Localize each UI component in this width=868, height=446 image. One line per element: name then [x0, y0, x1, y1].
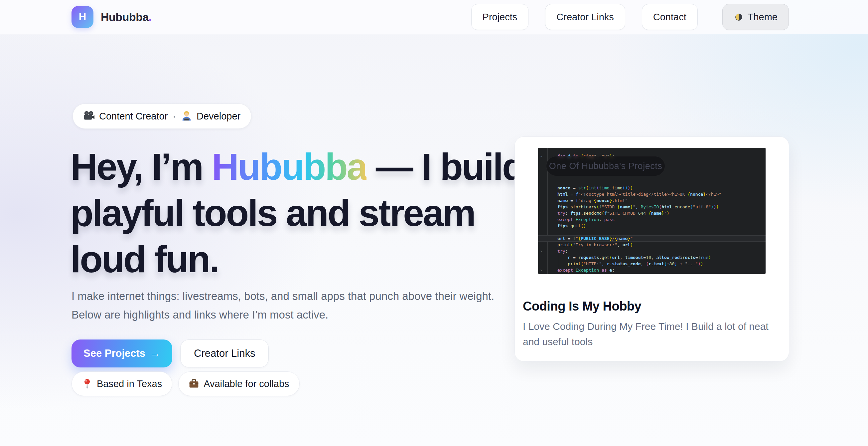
project-title: Coding Is My Hobby [515, 299, 789, 314]
fold-chevron-icon: ⌄ [540, 247, 542, 254]
brand[interactable]: H Hububba. [71, 6, 152, 28]
project-description: I Love Coding During My Free Time! I Bui… [515, 319, 781, 350]
nav-button-projects[interactable]: Projects [471, 4, 529, 30]
technologist-icon [181, 111, 192, 122]
page: H Hububba. Projects Creator Links Contac… [0, 0, 868, 446]
moon-icon [734, 12, 744, 22]
theme-toggle-button[interactable]: Theme [722, 4, 789, 30]
logo-letter: H [79, 11, 86, 23]
code-overlay-pill: One Of Hububba's Projects [546, 156, 665, 176]
fold-chevron-icon: ⌄ [540, 152, 542, 159]
briefcase-icon [189, 379, 199, 389]
cta-row: See Projects → Creator Links [71, 339, 269, 367]
code-line: ftps.storbinary(f"STOR {name}", BytesIO(… [538, 204, 766, 210]
indent-guide [559, 261, 559, 267]
nav-button-creator-links[interactable]: Creator Links [545, 4, 625, 30]
code-line: nonce = str(int(time.time())) [538, 185, 766, 191]
nav-button-contact[interactable]: Contact [642, 4, 698, 30]
code-line: ⌄except Exception as e: [538, 267, 766, 273]
role-badge-text-2: Developer [196, 111, 241, 122]
code-line [538, 178, 766, 185]
role-badge: Content Creator · Developer [72, 103, 251, 129]
code-line: print("HTTP check failed:", e) [538, 273, 766, 274]
code-line: print("Try in browser:", url) [538, 242, 766, 248]
code-screenshot: ⌄for d in ("img", "v"):nonce = str(int(t… [538, 148, 766, 274]
see-projects-button[interactable]: See Projects → [71, 339, 172, 367]
project-card: ⌄for d in ("img", "v"):nonce = str(int(t… [515, 137, 789, 361]
brand-logo-icon: H [71, 6, 93, 28]
code-line [538, 229, 766, 235]
role-badge-text-1: Content Creator [99, 111, 167, 122]
code-line: ⌄try: [538, 248, 766, 254]
code-line: r = requests.get(url, timeout=10, allow_… [538, 254, 766, 261]
code-line: print("HTTP:", r.status_code, (r.text[:8… [538, 261, 766, 267]
brand-name: Hububba. [101, 11, 152, 24]
brand-dot: . [149, 11, 152, 23]
chip-row: Based in Texas Available for collabs [71, 371, 300, 396]
code-line: url = f"{PUBLIC_BASE}/{name}" [538, 235, 766, 242]
indent-guide [559, 273, 559, 274]
site-header: H Hububba. Projects Creator Links Contac… [0, 0, 868, 34]
arrow-right-icon: → [150, 348, 160, 359]
hero-heading-highlight: Hububba [212, 146, 367, 188]
code-line: except Exception: pass [538, 216, 766, 223]
hero-heading: Hey, I’m Hububba — I build playful tools… [70, 144, 536, 283]
chip-available-for-collabs: Available for collabs [178, 371, 299, 396]
creator-links-button[interactable]: Creator Links [180, 339, 269, 367]
chip-based-in-texas: Based in Texas [71, 371, 172, 396]
movie-camera-icon [84, 111, 95, 122]
fold-chevron-icon: ⌄ [540, 266, 542, 273]
code-line: name = f"diag_{nonce}.html" [538, 197, 766, 204]
hero-paragraph: I make internet things: livestreams, bot… [71, 287, 500, 324]
main-nav: Projects Creator Links Contact Theme [471, 4, 789, 30]
role-badge-separator: · [172, 111, 177, 122]
code-line: html = f"<!doctype html><title>diag</tit… [538, 191, 766, 197]
code-line: ftps.quit() [538, 223, 766, 229]
pushpin-icon [82, 379, 92, 389]
code-line: try: ftps.sendcmd(f"SITE CHMOD 644 {name… [538, 210, 766, 216]
indent-guide [559, 254, 559, 261]
